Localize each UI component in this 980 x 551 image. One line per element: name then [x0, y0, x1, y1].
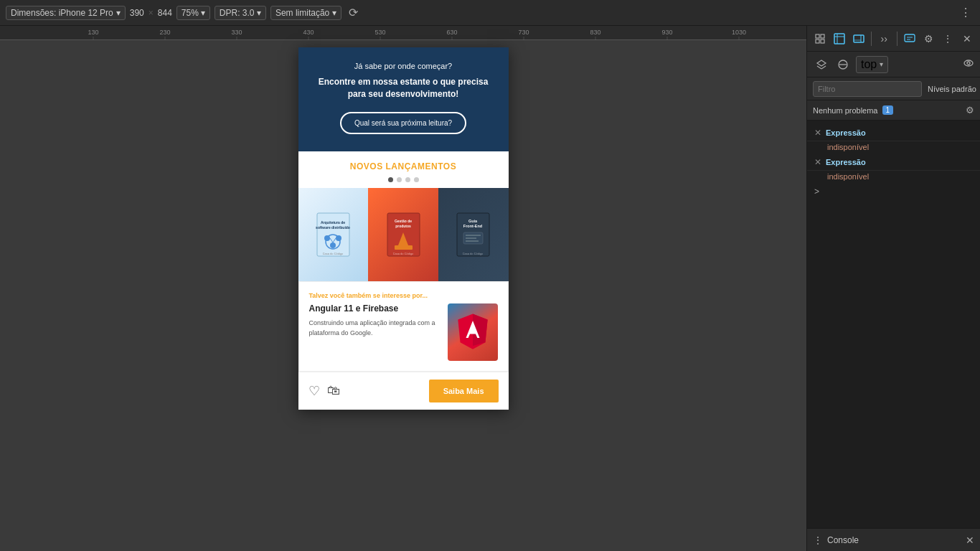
filter-input[interactable]	[813, 81, 922, 97]
suggestion-card: Talvez você também se interesse por... A…	[298, 281, 509, 372]
expression-value-1: indisponível	[807, 141, 980, 154]
svg-marker-61	[817, 60, 826, 66]
expression-item-1: ✕ Expressão	[807, 125, 980, 141]
book1-illustration: Arquitetura de software distribuído Casa…	[314, 209, 353, 260]
suggestion-text: Angular 11 e Firebase Construindo uma ap…	[309, 303, 440, 361]
expression-label-1: Expressão	[826, 128, 866, 137]
book-cover-2[interactable]: Gestão de produtos Casa do Código	[368, 188, 438, 281]
toolbar-more-icon[interactable]: ⋮	[957, 4, 974, 21]
console-close-icon[interactable]: ✕	[966, 534, 974, 546]
svg-text:130: 130	[88, 29, 98, 36]
throttle-selector[interactable]: Sem limitação ▾	[270, 6, 341, 20]
expression-expand-arrow[interactable]: >	[807, 184, 980, 199]
carousel-dots	[298, 177, 509, 182]
suggestion-book-cover	[448, 303, 498, 361]
saiba-mais-button[interactable]: Saiba Mais	[429, 380, 499, 402]
ruler-horizontal: 130 230 330 430 530 630 730 830 930 1030	[0, 26, 806, 40]
svg-point-25	[336, 235, 341, 241]
height-value: 844	[158, 8, 172, 18]
devtools-inspect-icon[interactable]	[831, 29, 849, 49]
devtools-more-icon[interactable]: ››	[875, 29, 893, 49]
expression-item-2: ✕ Expressão	[807, 154, 980, 171]
expression-value-2: indisponível	[807, 171, 980, 184]
cart-icon[interactable]: 🛍	[327, 383, 340, 398]
top-chevron: ▾	[880, 60, 883, 68]
svg-rect-52	[834, 34, 844, 44]
svg-text:230: 230	[159, 29, 170, 36]
dpr-label: DPR: 3.0	[220, 8, 255, 18]
devtools-close-icon[interactable]: ✕	[958, 29, 976, 49]
svg-rect-48	[816, 34, 819, 38]
throttle-label: Sem limitação	[275, 8, 329, 18]
carousel-dot-3[interactable]	[405, 177, 410, 182]
carousel-dot-2[interactable]	[397, 177, 402, 182]
svg-line-62	[817, 66, 821, 69]
svg-text:930: 930	[661, 29, 672, 36]
width-value: 390	[130, 8, 144, 18]
eye-icon[interactable]	[963, 57, 974, 71]
device-label: Dimensões: iPhone 12 Pro	[11, 8, 113, 18]
svg-text:Guia: Guia	[468, 219, 478, 223]
no-entry-icon[interactable]	[834, 56, 852, 73]
top-selector[interactable]: top ▾	[856, 56, 888, 73]
svg-line-63	[821, 66, 826, 69]
promo-highlight: Encontre em nossa estante o que precisa …	[316, 76, 491, 100]
devtools-responsive-icon[interactable]	[849, 29, 867, 49]
devtools-vertical-dots[interactable]: ⋮	[939, 29, 957, 49]
svg-rect-51	[821, 39, 824, 43]
layers-icon[interactable]	[813, 56, 830, 73]
book-cover-1[interactable]: Arquitetura de software distribuído Casa…	[298, 188, 369, 281]
svg-text:530: 530	[374, 29, 385, 36]
console-label: Console	[827, 535, 859, 545]
console-more-icon[interactable]: ⋮	[813, 534, 823, 546]
svg-text:Casa do Código: Casa do Código	[463, 252, 484, 255]
top-label-text: top	[861, 58, 877, 71]
book-cover-3[interactable]: Guia Front-End Casa do Código	[438, 188, 509, 281]
status-gear-icon[interactable]: ⚙	[966, 105, 974, 116]
suggestion-description: Construindo uma aplicação integrada com …	[309, 319, 440, 338]
svg-rect-58	[905, 34, 915, 42]
device-dropdown-arrow: ▾	[116, 8, 121, 18]
carousel-dot-4[interactable]	[414, 177, 419, 182]
dpr-arrow: ▾	[257, 8, 261, 18]
suggestion-body: Angular 11 e Firebase Construindo uma ap…	[309, 303, 498, 361]
phone-frame: Já sabe por onde começar? Encontre em no…	[298, 47, 509, 410]
angular-logo	[456, 313, 490, 352]
svg-rect-55	[854, 35, 864, 42]
svg-text:730: 730	[518, 29, 529, 36]
devtools-console-bar: ⋮ Console ✕	[807, 528, 980, 551]
status-badge: 1	[882, 105, 894, 115]
top-toolbar: Dimensões: iPhone 12 Pro ▾ 390 × 844 75%…	[0, 0, 980, 26]
status-label: Nenhum problema	[813, 106, 878, 115]
svg-text:software distribuído: software distribuído	[316, 225, 350, 230]
heart-icon[interactable]: ♡	[308, 383, 320, 399]
blue-promo-section: Já sabe por onde começar? Encontre em no…	[298, 47, 509, 151]
svg-rect-50	[816, 39, 819, 43]
zoom-selector[interactable]: 75% ▾	[176, 6, 210, 20]
action-bar: ♡ 🛍 Saiba Mais	[298, 372, 509, 410]
devtools-chat-icon[interactable]	[900, 29, 918, 49]
cta-button[interactable]: Qual será sua próxima leitura?	[340, 112, 466, 134]
devtools-elements-icon[interactable]	[811, 29, 829, 49]
device-selector[interactable]: Dimensões: iPhone 12 Pro ▾	[6, 6, 126, 20]
svg-text:Arquitetura de: Arquitetura de	[321, 220, 345, 225]
svg-text:Gestão de: Gestão de	[394, 219, 411, 223]
svg-point-24	[324, 235, 330, 241]
nivels-label: Níveis padrão	[928, 85, 976, 93]
svg-text:1030: 1030	[732, 29, 746, 36]
dpr-selector[interactable]: DPR: 3.0 ▾	[215, 6, 266, 20]
devtools-settings-icon[interactable]: ⚙	[920, 29, 938, 49]
svg-text:430: 430	[303, 29, 314, 36]
carousel-dot-1[interactable]	[388, 177, 393, 182]
book2-illustration: Gestão de produtos Casa do Código	[384, 209, 423, 260]
expression-close-1[interactable]: ✕	[814, 128, 821, 138]
promo-question: Já sabe por onde começar?	[316, 62, 491, 70]
svg-rect-34	[395, 245, 413, 250]
novos-title: NOVOS LANÇAMENTOS	[298, 161, 509, 171]
rotate-icon[interactable]: ⟳	[346, 4, 361, 21]
devtools-icon-separator	[871, 32, 872, 46]
expression-close-2[interactable]: ✕	[814, 157, 821, 167]
devtools-panel: ›› ⚙ ⋮ ✕	[806, 26, 980, 551]
svg-text:Front-End: Front-End	[463, 224, 482, 228]
devtools-status-bar: Nenhum problema 1 ⚙	[807, 100, 980, 121]
